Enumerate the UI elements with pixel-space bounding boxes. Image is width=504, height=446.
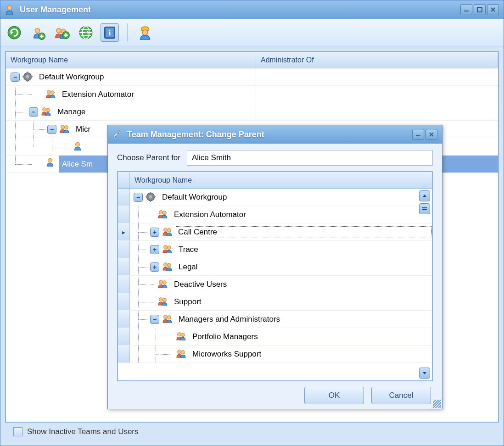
expand-icon[interactable]: +	[150, 245, 159, 254]
user-icon	[73, 141, 84, 152]
node-label: Manage	[55, 106, 88, 118]
group-icon	[162, 314, 173, 325]
node-label: Default Workgroup	[159, 191, 230, 204]
group-icon	[176, 331, 187, 342]
user-icon	[5, 5, 15, 15]
node-label: Trace	[176, 243, 201, 256]
info-button[interactable]: i	[101, 23, 119, 42]
d-row-ext[interactable]: Extension Automator	[118, 206, 432, 223]
d-row-support[interactable]: Support	[118, 293, 432, 311]
column-workgroup-name[interactable]: Workgroup Name	[6, 52, 256, 68]
node-label: Default Workgroup	[36, 71, 106, 84]
scroll-down-button[interactable]	[419, 368, 430, 379]
expand-icon[interactable]: +	[150, 262, 159, 272]
node-label: Alice Sm	[59, 158, 95, 171]
change-parent-dialog: Team Management: Change Parent Choose Pa…	[107, 125, 442, 409]
toolbar-separator	[127, 23, 128, 42]
group-icon	[59, 124, 70, 135]
show-inactive-label: Show Inactive Teams and Users	[27, 427, 139, 436]
collapse-icon[interactable]: −	[47, 125, 56, 134]
gear-icon	[146, 192, 157, 203]
scroll-up-button[interactable]	[419, 190, 430, 201]
show-inactive-checkbox[interactable]	[13, 427, 22, 436]
row-indicator-icon: ▸	[118, 223, 130, 240]
node-label: Call Centre	[176, 226, 432, 238]
globe-button[interactable]	[77, 23, 95, 42]
node-label: Micr	[73, 123, 93, 136]
parent-for-input[interactable]	[187, 150, 433, 166]
svg-rect-19	[416, 135, 420, 136]
tree-row-extension[interactable]: Extension Automator	[6, 86, 498, 103]
add-group-button[interactable]	[53, 23, 71, 42]
node-label: Managers and Administrators	[176, 313, 283, 326]
svg-text:i: i	[109, 28, 111, 37]
gutter-header	[118, 172, 130, 188]
dialog-tree-body[interactable]: − Default Workgroup Extension Automator	[118, 189, 432, 380]
node-label: Legal	[176, 261, 201, 273]
collapse-icon[interactable]: −	[134, 193, 143, 202]
dialog-titlebar[interactable]: Team Management: Change Parent	[108, 125, 442, 144]
dialog-close-button[interactable]	[426, 129, 437, 140]
group-icon	[157, 296, 168, 307]
svg-rect-21	[422, 209, 427, 210]
d-row-microworks[interactable]: Microworks Support	[118, 346, 432, 363]
svg-rect-12	[477, 7, 482, 12]
show-inactive-row: Show Inactive Teams and Users	[5, 423, 499, 441]
group-icon	[41, 106, 52, 117]
wrench-icon	[112, 129, 123, 139]
ok-button[interactable]: OK	[304, 387, 364, 404]
group-icon	[176, 349, 187, 360]
dialog-column-name[interactable]: Workgroup Name	[130, 173, 196, 187]
collapse-icon[interactable]: −	[29, 107, 38, 117]
scroll-thumb[interactable]	[419, 203, 430, 214]
tree-row-default[interactable]: − Default Workgroup	[6, 68, 498, 86]
d-row-default[interactable]: − Default Workgroup	[118, 189, 432, 206]
group-icon	[157, 279, 168, 290]
collapse-icon[interactable]: −	[11, 72, 20, 82]
d-row-portfolio[interactable]: Portfolio Managers	[118, 328, 432, 346]
d-row-deactive[interactable]: Deactive Users	[118, 276, 432, 293]
choose-parent-label: Choose Parent for	[117, 153, 180, 162]
add-user-button[interactable]	[29, 23, 47, 42]
dialog-tree-grid: Workgroup Name − Default Workgroup	[117, 171, 433, 381]
node-label: Microworks Support	[190, 348, 264, 361]
contractor-button[interactable]	[136, 23, 154, 42]
dialog-minimize-button[interactable]	[412, 129, 424, 140]
svg-point-18	[142, 30, 148, 35]
dialog-title: Team Management: Change Parent	[127, 130, 412, 139]
refresh-button[interactable]	[5, 23, 23, 42]
svg-rect-20	[422, 207, 427, 208]
node-label: Extension Automator	[171, 208, 249, 221]
column-administrator-of[interactable]: Administrator Of	[256, 52, 498, 68]
window-title: User Management	[20, 5, 460, 15]
grid-header: Workgroup Name Administrator Of	[6, 52, 498, 68]
tree-row-managers[interactable]: − Manage	[6, 103, 498, 121]
d-row-legal[interactable]: + Legal	[118, 258, 432, 276]
group-icon	[162, 227, 173, 238]
close-button[interactable]	[487, 4, 499, 15]
svg-rect-11	[464, 11, 469, 11]
group-icon	[162, 262, 173, 273]
node-label: Portfolio Managers	[190, 330, 261, 343]
collapse-icon[interactable]: −	[150, 315, 159, 324]
toolbar: i	[0, 19, 504, 46]
cancel-button[interactable]: Cancel	[371, 387, 431, 404]
maximize-button[interactable]	[474, 4, 486, 15]
group-icon	[162, 244, 173, 255]
node-label: Deactive Users	[171, 278, 230, 291]
titlebar[interactable]: User Management	[0, 0, 504, 19]
node-label: Support	[171, 295, 204, 308]
minimize-button[interactable]	[460, 4, 472, 15]
d-row-trace[interactable]: + Trace	[118, 241, 432, 258]
user-icon	[45, 156, 56, 173]
resize-grip[interactable]	[433, 400, 441, 408]
node-label: Extension Automator	[59, 88, 137, 101]
d-row-call[interactable]: ▸ + Call Centre	[118, 223, 432, 241]
group-icon	[45, 89, 56, 100]
gear-icon	[22, 72, 34, 83]
expand-icon[interactable]: +	[150, 228, 159, 237]
group-icon	[157, 209, 168, 220]
d-row-managers[interactable]: − Managers and Administrators	[118, 311, 432, 328]
